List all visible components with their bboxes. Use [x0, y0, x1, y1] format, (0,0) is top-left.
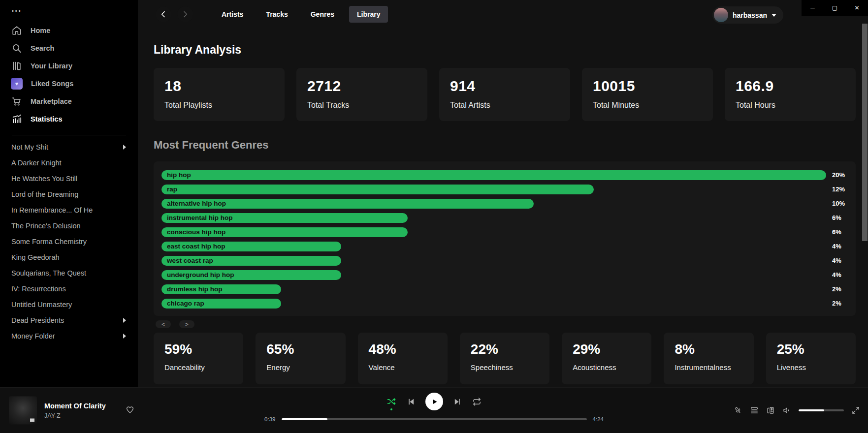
genre-bar-row: conscious hip hop6% [161, 225, 848, 239]
stat-card: 2712Total Tracks [296, 68, 427, 121]
progress-bar[interactable] [282, 418, 587, 420]
playlist-item[interactable]: Untitled Unmastery [0, 297, 138, 312]
shuffle-button[interactable] [386, 397, 396, 406]
playlist-item[interactable]: Some Forma Chemistry [0, 234, 138, 249]
like-button[interactable] [126, 405, 134, 416]
repeat-button[interactable] [472, 397, 482, 406]
connect-device-button[interactable] [766, 406, 775, 415]
stat-value: 914 [450, 78, 559, 94]
playlist-label: King Geedorah [11, 253, 60, 261]
user-menu[interactable]: harbassan [712, 6, 783, 24]
feature-card: 59%Danceability [154, 333, 243, 384]
genre-bar[interactable]: drumless hip hop [161, 284, 281, 294]
playlist-item[interactable]: In Remembrance... Of He [0, 202, 138, 218]
avatar [714, 8, 728, 22]
feature-label: Energy [266, 363, 334, 371]
stat-label: Total Minutes [593, 101, 702, 110]
playlist-item[interactable]: Lord of the Dreaming [0, 186, 138, 202]
sidebar-item-liked-songs[interactable]: ♥ Liked Songs [0, 75, 138, 93]
sidebar-item-marketplace[interactable]: Marketplace [0, 93, 138, 110]
stat-card: 166.9Total Hours [725, 68, 856, 121]
feature-value: 8% [675, 341, 742, 357]
genre-bar-row: chicago rap2% [161, 296, 848, 310]
page-next-button[interactable]: > [179, 320, 194, 328]
track-title[interactable]: Moment Of Clarity [44, 402, 106, 410]
previous-button[interactable] [407, 398, 415, 406]
speaker-icon [782, 406, 791, 415]
forward-button[interactable] [177, 6, 193, 22]
genre-percent: 6% [832, 228, 841, 236]
genre-label: hip hop [167, 171, 191, 179]
tab-tracks[interactable]: Tracks [258, 6, 295, 23]
sidebar-item-your-library[interactable]: Your Library [0, 57, 138, 75]
playlist-item[interactable]: Soulqarians, The Quest [0, 265, 138, 281]
playlist-item[interactable]: King Geedorah [0, 249, 138, 265]
genre-bar[interactable]: rap [161, 185, 594, 194]
lyrics-button[interactable] [734, 406, 742, 415]
expand-icon [851, 406, 860, 415]
scrollbar-thumb[interactable] [862, 24, 868, 241]
genre-bar-row: underground hip hop4% [161, 268, 848, 282]
maximize-button[interactable]: ▢ [824, 0, 846, 16]
playlist-item[interactable]: The Prince's Delusion [0, 218, 138, 234]
chevron-right-icon [123, 145, 126, 150]
player-right [734, 406, 860, 415]
minimize-button[interactable]: ─ [802, 0, 824, 16]
queue-button[interactable] [750, 406, 759, 415]
playlist-item[interactable]: A Darker Knight [0, 155, 138, 171]
volume-slider[interactable] [799, 409, 844, 411]
genre-bar[interactable]: conscious hip hop [161, 227, 408, 237]
window-controls: ─ ▢ ✕ [802, 0, 868, 16]
audio-feature-cards: 59%Danceability 65%Energy 48%Valence 22%… [154, 333, 856, 384]
genre-bar-row: rap12% [161, 182, 848, 196]
genre-bar[interactable]: underground hip hop [161, 270, 341, 280]
playlist-item[interactable]: He Watches You Still [0, 171, 138, 186]
genres-section-title: Most Frequent Genres [154, 139, 856, 152]
track-artist[interactable]: JAY-Z [44, 412, 106, 419]
back-button[interactable] [156, 6, 171, 22]
chevron-right-icon [123, 334, 126, 339]
genre-bar-row: west coast rap4% [161, 253, 848, 268]
genre-bar[interactable]: hip hop [161, 170, 826, 180]
album-art[interactable] [9, 397, 37, 425]
play-button[interactable] [425, 393, 443, 410]
genre-label: instrumental hip hop [167, 214, 233, 221]
liked-heart-icon: ♥ [11, 78, 23, 90]
close-button[interactable]: ✕ [846, 0, 868, 16]
stats-icon [11, 114, 22, 124]
sidebar-item-home[interactable]: Home [0, 22, 138, 39]
progress-fill [282, 418, 327, 420]
feature-label: Instrumentalness [675, 363, 742, 371]
playlist-item[interactable]: IV: Resurrections [0, 281, 138, 297]
next-button[interactable] [453, 398, 462, 406]
genre-percent: 20% [832, 171, 845, 179]
feature-value: 59% [164, 341, 232, 357]
genre-bar[interactable]: west coast rap [161, 256, 341, 266]
volume-button[interactable] [782, 406, 791, 415]
sidebar-divider [12, 135, 126, 135]
sidebar-item-search[interactable]: Search [0, 39, 138, 57]
tab-artists[interactable]: Artists [214, 6, 251, 23]
sidebar-item-label: Search [31, 44, 54, 52]
app-menu-icon[interactable]: ••• [0, 6, 138, 17]
sidebar-item-statistics[interactable]: Statistics [0, 110, 138, 128]
tab-library[interactable]: Library [349, 6, 388, 23]
playlist-item[interactable]: Dead Presidents [0, 312, 138, 328]
playlist-item[interactable]: Not My Shit [0, 139, 138, 155]
player-center: 0:39 4:24 [257, 392, 611, 422]
genre-bar[interactable]: east coast hip hop [161, 242, 341, 251]
genre-percent: 4% [832, 257, 841, 264]
playlist-label: Money Folder [11, 332, 55, 340]
genre-bar[interactable]: instrumental hip hop [161, 213, 408, 223]
fullscreen-button[interactable] [851, 406, 860, 415]
playlist-item[interactable]: Money Folder [0, 328, 138, 344]
stat-value: 18 [164, 78, 274, 94]
tab-genres[interactable]: Genres [303, 6, 342, 23]
feature-value: 25% [777, 341, 845, 357]
page-prev-button[interactable]: < [156, 320, 171, 328]
feature-label: Valence [369, 363, 437, 371]
genre-bar-row: alternative hip hop10% [161, 196, 848, 211]
genre-bar[interactable]: chicago rap [161, 299, 281, 309]
playlist-label: Not My Shit [11, 143, 48, 151]
genre-bar[interactable]: alternative hip hop [161, 199, 534, 209]
